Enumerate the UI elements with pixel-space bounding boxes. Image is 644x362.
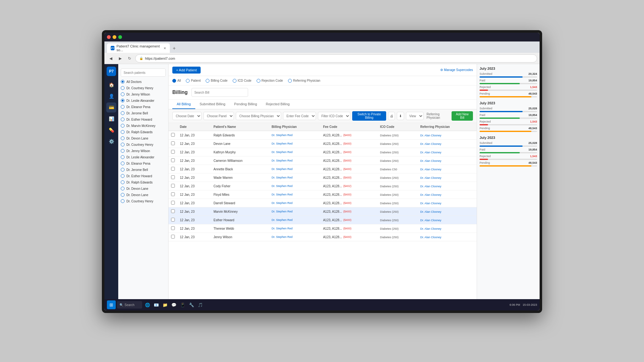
panel-filter-select[interactable]: Choose Panel <box>203 112 234 120</box>
row-checkbox[interactable] <box>171 201 175 205</box>
doctor-list-item[interactable]: Dr. Devon Lane <box>118 135 168 141</box>
physician-filter-select[interactable]: Choose Billing Physician <box>236 112 281 120</box>
view-select[interactable]: View <box>406 112 424 120</box>
doctor-list-item[interactable]: Dr. Jerome Bell <box>118 167 168 173</box>
doctor-list-item[interactable]: Dr. Esther Howard <box>118 116 168 123</box>
table-row[interactable]: 12 Jan, 23 Darrell Steward Dr. Stephen R… <box>169 199 477 207</box>
doctor-list-item[interactable]: Dr. Jerome Bell <box>118 110 168 116</box>
table-row[interactable]: 12 Jan, 23 Therese Webb Dr. Stephen Red … <box>169 224 477 233</box>
nav-billing-btn[interactable]: 💳 <box>106 102 116 112</box>
taskbar-mail-icon[interactable]: 📧 <box>152 301 160 309</box>
url-bar[interactable]: 🔒 https://patient7.com <box>135 54 537 63</box>
row-checkbox[interactable] <box>171 218 175 222</box>
doctor-list-item[interactable]: Dr. Ralph Edwards <box>118 179 168 185</box>
row-checkbox[interactable] <box>171 235 175 239</box>
table-row[interactable]: 12 Jan, 23 Floyd Miles Dr. Stephen Red A… <box>169 190 477 199</box>
table-row[interactable]: 12 Jan, 23 Cameron Williamson Dr. Stephe… <box>169 156 477 165</box>
row-checkbox[interactable] <box>171 209 175 213</box>
table-row[interactable]: 12 Jan, 23 Annette Black Dr. Stephen Red… <box>169 165 477 173</box>
doctor-list-item[interactable]: Dr. Marvin McKinney <box>118 123 168 129</box>
add-patient-button[interactable]: + Add Patient <box>172 67 201 74</box>
nav-patients-btn[interactable]: 👤 <box>106 91 116 101</box>
table-row[interactable]: 12 Jan, 23 Cody Fisher Dr. Stephen Red A… <box>169 182 477 190</box>
doctor-list-item[interactable]: Dr. Courtney Henry <box>118 85 168 91</box>
tab-rejected-billing[interactable]: Rejected Billing <box>261 100 294 109</box>
billing-search-input[interactable] <box>192 88 248 97</box>
doctor-list-item[interactable]: Dr. Eleanor Pena <box>118 160 168 167</box>
filter-all[interactable]: All <box>172 79 181 83</box>
start-button[interactable]: ⊞ <box>107 300 116 309</box>
filter-referring-physician[interactable]: Referring Physician <box>288 79 320 83</box>
doctor-list-item[interactable]: Dr. Leslie Alexander <box>118 154 168 160</box>
browser-refresh-btn[interactable]: ↻ <box>126 55 133 62</box>
date-filter-select[interactable]: Choose Date <box>172 112 202 120</box>
manage-supercodes-button[interactable]: ⚙ Manage Supercodes <box>440 68 473 72</box>
taskbar-chat-icon[interactable]: 💬 <box>170 301 178 309</box>
row-checkbox[interactable] <box>171 184 175 188</box>
tab-submitted-billing[interactable]: Submitted Billing <box>195 100 230 109</box>
browser-back-btn[interactable]: ◀ <box>107 55 114 62</box>
taskbar-browser-icon[interactable]: 🌐 <box>143 301 152 309</box>
table-row[interactable]: 12 Jan, 23 Devon Lane Dr. Stephen Red A1… <box>169 140 477 148</box>
taskbar-files-icon[interactable]: 📁 <box>161 301 169 309</box>
os-min-btn[interactable] <box>113 35 116 39</box>
row-checkbox[interactable] <box>171 192 175 196</box>
doctor-search-input[interactable] <box>121 69 166 77</box>
taskbar-app5-icon[interactable]: 🔧 <box>187 301 196 309</box>
col-physician[interactable]: Billing Physician <box>269 123 321 131</box>
col-icd-code[interactable]: ICO Code <box>377 123 418 131</box>
taskbar-search[interactable]: 🔍 Search <box>117 301 142 309</box>
row-checkbox[interactable] <box>171 158 175 162</box>
taskbar-phone-icon[interactable]: 📱 <box>179 301 187 309</box>
switch-private-button[interactable]: Switch to Private Billing <box>352 111 386 121</box>
table-row[interactable]: 12 Jan, 23 Kathryn Murphy Dr. Stephen Re… <box>169 148 477 156</box>
doctor-list-item[interactable]: Dr. Courtney Henry <box>118 198 168 204</box>
filter-billing-code[interactable]: Billing Code <box>206 79 227 83</box>
filter-icd-code[interactable]: ICD Code <box>233 79 252 83</box>
doctor-list-item[interactable]: Dr. Ralph Edwards <box>118 129 168 135</box>
doctor-list-item[interactable]: Dr. Jenny Wilson <box>118 148 168 154</box>
tab-pending-billing[interactable]: Pending Billing <box>230 100 262 109</box>
fee-code-filter-select[interactable]: Enter Fee Code <box>283 112 316 120</box>
row-checkbox[interactable] <box>171 141 175 145</box>
filter-patient[interactable]: Patient <box>186 79 201 83</box>
row-checkbox[interactable] <box>171 226 175 230</box>
filter-rejection-code[interactable]: Rejection Code <box>257 79 283 83</box>
col-date[interactable]: Date <box>177 123 211 131</box>
nav-settings-btn[interactable]: ⚙️ <box>106 136 116 146</box>
nav-home-btn[interactable]: 🏠 <box>106 80 116 90</box>
table-row[interactable]: 12 Jan, 23 Wade Warren Dr. Stephen Red A… <box>169 173 477 182</box>
download-btn[interactable]: ⬇ <box>397 112 404 120</box>
row-checkbox[interactable] <box>171 150 175 154</box>
doctor-list-item[interactable]: Dr. Devon Lane <box>118 185 168 192</box>
tab-close-btn[interactable]: ✕ <box>164 47 166 50</box>
doctor-list-item[interactable]: Dr. Eleanor Pena <box>118 104 168 110</box>
taskbar-app6-icon[interactable]: 🎵 <box>196 301 204 309</box>
doctor-list-item[interactable]: Dr. Courtney Henry <box>118 141 168 148</box>
browser-tab-active[interactable]: P7 Patient7 Clinic management so... ✕ <box>107 43 170 53</box>
table-row[interactable]: 12 Jan, 23 Esther Howard Dr. Stephen Red… <box>169 216 477 224</box>
doctor-list-item[interactable]: Dr. Jenny Wilson <box>118 91 168 97</box>
col-fee-code[interactable]: Fee Code <box>320 123 377 131</box>
icd-code-filter-select[interactable]: Filter ICD Code <box>318 112 350 120</box>
doctor-list-item[interactable]: Dr. Devon Lane <box>118 192 168 198</box>
new-tab-btn[interactable]: + <box>170 44 179 53</box>
col-referring[interactable]: Referring Physician <box>418 123 477 131</box>
doctor-list-item[interactable]: Dr. Esther Howard <box>118 173 168 179</box>
table-row[interactable]: 12 Jan, 23 Ralph Edwards Dr. Stephen Red… <box>169 131 477 140</box>
print-btn[interactable]: 🖨 <box>388 112 395 120</box>
browser-forward-btn[interactable]: ▶ <box>116 55 124 62</box>
os-close-btn[interactable] <box>107 35 111 39</box>
table-row[interactable]: 12 Jan, 23 Marvin McKinney Dr. Stephen R… <box>169 207 477 216</box>
row-checkbox[interactable] <box>171 133 175 137</box>
doctor-list-item[interactable]: Dr. Leslie Alexander <box>118 97 168 104</box>
row-checkbox[interactable] <box>171 167 175 171</box>
nav-pharmacy-btn[interactable]: 💊 <box>106 125 116 135</box>
os-max-btn[interactable] <box>118 35 122 39</box>
doctor-list-item[interactable]: All Doctors <box>118 79 168 85</box>
nav-reports-btn[interactable]: 📊 <box>106 114 116 124</box>
row-checkbox[interactable] <box>171 175 175 179</box>
tab-all-billing[interactable]: All Billing <box>172 100 195 109</box>
table-row[interactable]: 12 Jan, 23 Jenny Wilson Dr. Stephen Red … <box>169 233 477 241</box>
add-new-bill-button[interactable]: Add New Bill <box>452 111 473 121</box>
